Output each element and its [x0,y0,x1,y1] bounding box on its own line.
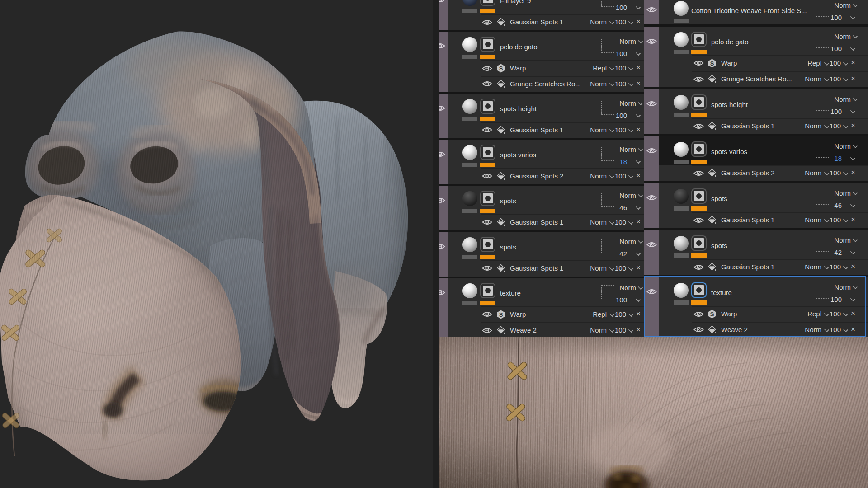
svg-text:S: S [499,311,503,318]
svg-text:S: S [710,60,714,67]
svg-text:S: S [499,65,503,72]
